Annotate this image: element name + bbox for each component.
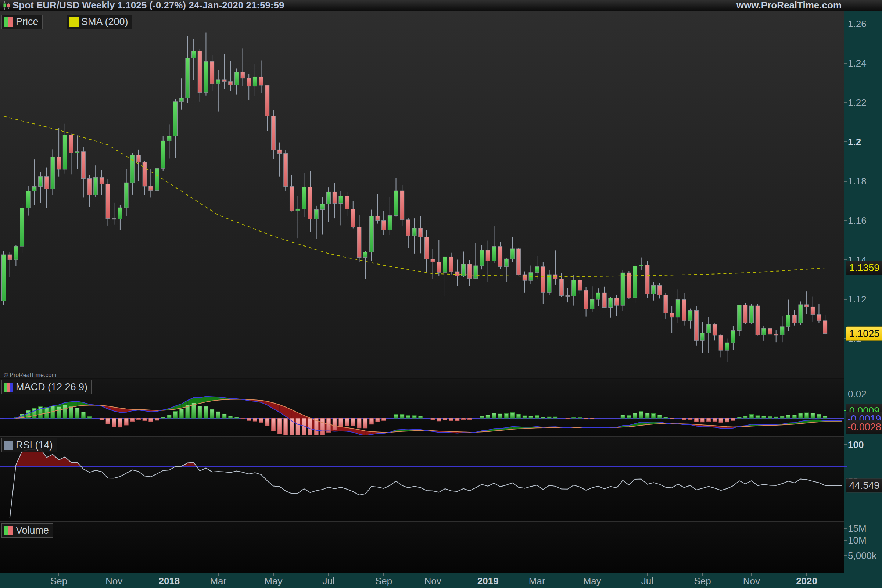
axis-tick bbox=[844, 496, 847, 496]
volume-tick-label: 5,000k bbox=[848, 550, 876, 561]
rsi-legend[interactable]: RSI (14) bbox=[2, 438, 57, 452]
provider-link[interactable]: www.ProRealTime.com bbox=[736, 0, 842, 10]
chart-header: Spot EUR/USD Weekly 1.1025 (-0.27%) 24-J… bbox=[0, 0, 882, 11]
time-label: Jul bbox=[322, 576, 334, 587]
price-tick-label: 1.24 bbox=[848, 58, 867, 69]
volume-pane[interactable] bbox=[0, 521, 844, 573]
time-label: Sep bbox=[375, 576, 392, 587]
axis-tick bbox=[844, 220, 847, 221]
axis-tick bbox=[844, 299, 847, 300]
axis-tick bbox=[844, 555, 847, 556]
last-price-tag: 1.1025 bbox=[846, 326, 882, 340]
time-label: 2018 bbox=[158, 576, 180, 587]
time-label: Sep bbox=[694, 576, 711, 587]
time-label: Mar bbox=[210, 576, 226, 587]
price-legend[interactable]: Price bbox=[2, 15, 43, 29]
macd-legend-label: MACD (12 26 9) bbox=[16, 381, 87, 393]
axis-tick bbox=[844, 260, 847, 260]
axis-tick bbox=[844, 63, 847, 64]
price-tick-label: 1.22 bbox=[848, 97, 867, 108]
price-legend-label: Price bbox=[16, 16, 39, 28]
price-swatch-icon bbox=[4, 17, 13, 27]
sma-legend[interactable]: SMA (200) bbox=[67, 15, 132, 29]
axis-tick bbox=[844, 102, 847, 103]
sma-swatch-icon bbox=[69, 17, 79, 27]
time-label: May bbox=[264, 576, 282, 587]
axis-tick bbox=[844, 141, 847, 142]
sma-legend-label: SMA (200) bbox=[81, 16, 128, 28]
time-label: Nov bbox=[743, 576, 760, 587]
price-tick-label: 1.18 bbox=[848, 176, 867, 187]
time-label: May bbox=[583, 576, 601, 587]
price-pane[interactable] bbox=[0, 10, 844, 378]
candlestick-icon bbox=[2, 1, 11, 10]
time-label: 2019 bbox=[477, 576, 499, 587]
volume-swatch-icon bbox=[4, 526, 13, 536]
trading-chart-app: Spot EUR/USD Weekly 1.1025 (-0.27%) 24-J… bbox=[0, 0, 882, 588]
volume-tick-label: 10M bbox=[848, 535, 867, 546]
axis-tick bbox=[844, 528, 847, 529]
price-tick-label: 1.2 bbox=[848, 136, 861, 148]
time-label: Nov bbox=[424, 576, 441, 587]
price-tick-label: 1.26 bbox=[848, 18, 867, 30]
axis-tick bbox=[844, 181, 847, 182]
time-label: 2020 bbox=[796, 576, 818, 587]
macd-swatch-icon bbox=[4, 382, 13, 392]
macd-grid-label: 0.02 bbox=[848, 388, 867, 400]
macd-legend[interactable]: MACD (12 26 9) bbox=[2, 380, 92, 394]
time-label: Sep bbox=[50, 576, 67, 587]
time-label: Mar bbox=[529, 576, 545, 587]
rsi-pane[interactable] bbox=[0, 436, 844, 521]
axis-tick bbox=[844, 444, 847, 445]
macd-value-tag: -0.0028 bbox=[846, 420, 882, 434]
time-axis[interactable]: SepNov2018MarMayJulSepNov2019MarMayJulSe… bbox=[0, 573, 844, 588]
volume-tick-label: 15M bbox=[848, 523, 867, 534]
axis-tick bbox=[844, 394, 847, 394]
rsi-top-label: 100 bbox=[848, 439, 864, 450]
volume-legend[interactable]: Volume bbox=[2, 524, 53, 538]
watermark: © ProRealTime.com bbox=[4, 372, 57, 378]
axis-tick bbox=[844, 466, 847, 467]
macd-pane[interactable] bbox=[0, 378, 844, 436]
time-label: Nov bbox=[105, 576, 122, 587]
sma-value-tag: 1.1359 bbox=[846, 261, 882, 275]
price-tick-label: 1.16 bbox=[848, 215, 867, 226]
axis-tick bbox=[844, 24, 847, 24]
rsi-swatch-icon bbox=[4, 441, 13, 450]
rsi-value-tag: 44.549 bbox=[846, 478, 882, 492]
price-axis[interactable]: 1.261.241.221.21.181.161.141.121.10.0210… bbox=[844, 10, 882, 588]
time-label: Jul bbox=[641, 576, 653, 587]
price-tick-label: 1.12 bbox=[848, 294, 867, 305]
instrument-title: Spot EUR/USD Weekly 1.1025 (-0.27%) 24-J… bbox=[12, 0, 284, 10]
rsi-legend-label: RSI (14) bbox=[16, 440, 53, 451]
axis-tick bbox=[844, 540, 847, 541]
volume-legend-label: Volume bbox=[16, 525, 49, 536]
